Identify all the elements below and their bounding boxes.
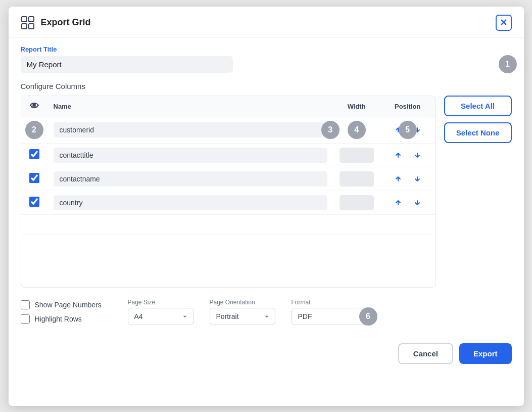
configure-columns-label: Configure Columns: [21, 82, 512, 90]
eye-icon: 👁: [30, 101, 39, 111]
col-header-eye: 👁: [21, 96, 47, 117]
col-header-name: Name: [47, 96, 333, 117]
dialog-title-area: Export Grid: [21, 16, 91, 30]
row4-name-input[interactable]: [54, 195, 327, 210]
dialog-title: Export Grid: [41, 17, 91, 28]
highlight-rows-label: Highlight Rows: [35, 315, 82, 323]
row2-name-input[interactable]: [54, 148, 327, 163]
export-button[interactable]: Export: [459, 343, 512, 364]
row3-pos-arrows: [386, 173, 429, 185]
step-badge-2: 2: [25, 121, 43, 139]
row2-width-input[interactable]: [340, 148, 374, 163]
select-all-button[interactable]: Select All: [444, 96, 512, 116]
step-badge-4: 4: [348, 121, 366, 139]
row1-pos-cell: 5: [380, 117, 436, 143]
show-page-numbers-label: Show Page Numbers: [35, 301, 102, 309]
table-row: [21, 143, 436, 167]
table-row: 2 3 4: [21, 117, 436, 143]
svg-rect-0: [22, 17, 27, 22]
format-label: Format: [292, 299, 372, 306]
page-orientation-select[interactable]: Portrait Landscape: [210, 308, 275, 325]
row3-check-cell: [21, 167, 47, 191]
row1-check-cell: 2: [21, 117, 47, 143]
columns-table: 👁 Name Width Position 2: [21, 96, 436, 276]
col-header-width: Width: [333, 96, 380, 117]
side-buttons: Select All Select None: [444, 96, 512, 143]
empty-row: [21, 255, 436, 275]
dialog-footer: Cancel Export: [9, 333, 524, 376]
page-size-select[interactable]: A4 A3 Letter: [128, 308, 194, 325]
report-title-label: Report Title: [21, 45, 512, 53]
export-grid-dialog: Export Grid ✕ Report Title 1 Configure C…: [9, 7, 524, 406]
row3-width-cell: [333, 167, 380, 191]
row3-name-cell: [47, 167, 333, 191]
highlight-rows-checkbox[interactable]: [21, 314, 30, 324]
page-size-label: Page Size: [128, 299, 194, 306]
row3-checkbox[interactable]: [29, 173, 39, 183]
format-group: Format PDF Excel CSV 6: [292, 299, 372, 325]
row4-width-input[interactable]: [340, 195, 374, 210]
grid-icon: [21, 16, 35, 30]
row2-pos-arrows: [386, 150, 429, 161]
row2-move-down-button[interactable]: [411, 150, 424, 161]
show-page-numbers-checkbox[interactable]: [21, 300, 30, 309]
row1-name-input[interactable]: [54, 122, 327, 138]
highlight-rows-row: Highlight Rows: [21, 314, 112, 324]
row2-move-up-button[interactable]: [392, 150, 405, 161]
row4-check-cell: [21, 191, 47, 214]
columns-table-wrapper: 👁 Name Width Position 2: [21, 96, 436, 288]
table-row: [21, 191, 436, 214]
row4-width-cell: [333, 191, 380, 214]
row1-width-cell: 4: [333, 117, 380, 143]
row3-move-down-button[interactable]: [411, 173, 424, 185]
show-page-numbers-row: Show Page Numbers: [21, 300, 112, 309]
row4-name-cell: [47, 191, 333, 214]
close-button[interactable]: ✕: [496, 15, 512, 31]
checkboxes-col: Show Page Numbers Highlight Rows: [21, 300, 112, 324]
row3-pos-cell: [380, 167, 436, 191]
empty-row: [21, 214, 436, 235]
step-badge-5: 5: [399, 121, 417, 139]
select-none-button[interactable]: Select None: [444, 122, 512, 143]
row2-check-cell: [21, 143, 47, 167]
cancel-button[interactable]: Cancel: [398, 343, 453, 364]
row1-name-cell: 3: [47, 117, 333, 143]
page-orientation-label: Page Orientation: [210, 299, 275, 306]
table-row: [21, 167, 436, 191]
page-orientation-group: Page Orientation Portrait Landscape: [210, 299, 275, 325]
row4-pos-arrows: [386, 197, 429, 208]
row4-checkbox[interactable]: [29, 197, 39, 207]
row3-width-input[interactable]: [340, 171, 374, 187]
col-header-position: Position: [380, 96, 436, 117]
row2-width-cell: [333, 143, 380, 167]
step-badge-1: 1: [499, 55, 517, 73]
step-badge-3: 3: [321, 121, 340, 139]
dialog-body: Report Title 1 Configure Columns 👁 Name: [9, 37, 524, 333]
empty-row: [21, 235, 436, 255]
row3-name-input[interactable]: [54, 171, 327, 187]
columns-area: 👁 Name Width Position 2: [21, 96, 512, 288]
row2-checkbox[interactable]: [29, 149, 39, 159]
bottom-options: Show Page Numbers Highlight Rows Page Si…: [21, 299, 512, 325]
row4-move-up-button[interactable]: [392, 197, 405, 208]
dialog-header: Export Grid ✕: [9, 7, 524, 37]
row3-move-up-button[interactable]: [392, 173, 405, 185]
page-size-group: Page Size A4 A3 Letter: [128, 299, 194, 325]
row2-name-cell: [47, 143, 333, 167]
row4-pos-cell: [380, 191, 436, 214]
row4-move-down-button[interactable]: [411, 197, 424, 208]
row2-pos-cell: [380, 143, 436, 167]
report-title-row: 1: [21, 56, 512, 73]
format-select[interactable]: PDF Excel CSV: [292, 308, 372, 325]
svg-rect-3: [29, 24, 34, 29]
svg-rect-1: [29, 17, 34, 22]
report-title-input[interactable]: [21, 56, 233, 73]
svg-rect-2: [22, 24, 27, 29]
